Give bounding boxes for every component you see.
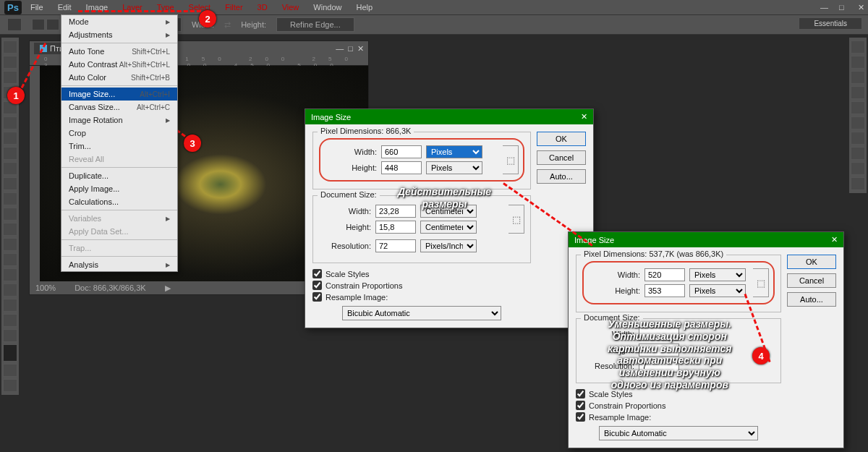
menu-help[interactable]: Help: [350, 1, 378, 13]
menu-item[interactable]: Trap...: [61, 242, 177, 255]
menu-item[interactable]: Calculations...: [61, 195, 177, 208]
menu-item[interactable]: Crop: [61, 127, 177, 140]
panel-actions-icon[interactable]: [851, 177, 865, 190]
menu-file[interactable]: File: [25, 1, 49, 13]
menu-view[interactable]: View: [276, 1, 305, 13]
marquee2-icon[interactable]: [46, 19, 59, 30]
swatches-icon[interactable]: [3, 344, 17, 362]
doc-width-unit[interactable]: Centimeters: [420, 205, 477, 218]
link-icon[interactable]: ⬚: [509, 205, 524, 234]
tool-blur-icon[interactable]: [3, 223, 17, 236]
doc-width-input[interactable]: [375, 205, 416, 218]
resample-checkbox-2[interactable]: [576, 412, 585, 422]
menu-item[interactable]: Canvas Size...Alt+Ctrl+C: [61, 101, 177, 114]
tool-dodge-icon[interactable]: [3, 238, 17, 251]
panel-channels-icon[interactable]: [851, 132, 865, 145]
menu-item[interactable]: Variables: [61, 212, 177, 225]
constrain-checkbox[interactable]: [312, 281, 322, 290]
pixel-height-input-2[interactable]: [644, 284, 685, 297]
panel-styles-icon[interactable]: [851, 71, 865, 84]
panel-mask-icon[interactable]: [851, 101, 865, 114]
panel-history-icon[interactable]: [851, 162, 865, 175]
close-icon[interactable]: ✕: [852, 1, 864, 14]
doc-close-icon[interactable]: ✕: [357, 44, 364, 54]
tool-screen-icon[interactable]: [3, 379, 17, 392]
menu-item[interactable]: Analysis: [61, 258, 177, 271]
menu-item[interactable]: Adjustments: [61, 28, 177, 41]
marquee1-icon[interactable]: [32, 19, 45, 30]
chevron-right-icon[interactable]: ▶: [165, 283, 171, 293]
tool-eraser-icon[interactable]: [3, 192, 17, 205]
menu-item[interactable]: Reveal All: [61, 153, 177, 166]
link-icon[interactable]: ⬚: [503, 145, 519, 174]
ok-button[interactable]: OK: [537, 132, 586, 146]
doc-width-input-2[interactable]: [639, 328, 679, 341]
auto-button[interactable]: Auto...: [537, 169, 586, 184]
tool-move-icon[interactable]: [3, 40, 17, 54]
menu-item[interactable]: Image Size...Alt+Ctrl+I: [61, 88, 177, 101]
tool-shape-icon[interactable]: [3, 299, 17, 312]
resample-checkbox[interactable]: [312, 292, 322, 302]
menu-window[interactable]: Window: [307, 1, 347, 13]
auto-button-2[interactable]: Auto...: [787, 292, 836, 307]
menu-item[interactable]: Apply Image...: [61, 182, 177, 195]
pixel-width-input-2[interactable]: [644, 268, 685, 281]
pixel-height-unit-2[interactable]: Pixels: [689, 284, 746, 297]
cancel-button-2[interactable]: Cancel: [787, 273, 836, 288]
resolution-input-2[interactable]: [639, 359, 679, 372]
constrain-checkbox-2[interactable]: [576, 401, 585, 410]
scale-styles-checkbox-2[interactable]: [576, 389, 585, 398]
doc-max-icon[interactable]: □: [348, 44, 353, 54]
menu-item[interactable]: Image Rotation: [61, 114, 177, 127]
menu-item[interactable]: Auto ColorShift+Ctrl+B: [61, 71, 177, 84]
resolution-input[interactable]: [375, 239, 416, 252]
menu-item[interactable]: Auto ContrastAlt+Shift+Ctrl+L: [61, 58, 177, 71]
tool-mask-icon[interactable]: [3, 364, 17, 377]
tool-history-icon[interactable]: [3, 177, 17, 190]
tool-path-icon[interactable]: [3, 283, 17, 297]
menu-item[interactable]: Duplicate...: [61, 169, 177, 182]
cancel-button[interactable]: Cancel: [537, 150, 586, 165]
ok-button-2[interactable]: OK: [787, 255, 836, 269]
link-icon-2[interactable]: ⬚: [753, 268, 769, 297]
tool-lasso-icon[interactable]: [3, 71, 17, 84]
panel-layers-icon[interactable]: [851, 116, 865, 129]
panel-swatches-icon[interactable]: [851, 56, 865, 69]
refine-edge-button[interactable]: Refine Edge...: [276, 17, 354, 32]
menu-item[interactable]: Trim...: [61, 140, 177, 153]
pixel-height-input[interactable]: [381, 161, 422, 174]
menu-3d[interactable]: 3D: [252, 1, 273, 13]
menu-item[interactable]: Auto ToneShift+Ctrl+L: [61, 45, 177, 58]
menu-edit[interactable]: Edit: [52, 1, 77, 13]
doc-min-icon[interactable]: —: [336, 44, 344, 54]
zoom-value[interactable]: 100%: [35, 283, 56, 292]
doc-height-unit[interactable]: Centimeters: [420, 221, 477, 234]
resolution-unit[interactable]: Pixels/Inch: [420, 239, 477, 252]
tool-stamp-icon[interactable]: [3, 162, 17, 175]
pixel-width-unit-2[interactable]: Pixels: [689, 268, 746, 281]
dialog2-close-icon[interactable]: ✕: [831, 235, 838, 244]
tool-zoom-icon[interactable]: [3, 329, 17, 342]
doc-height-input-2[interactable]: [639, 344, 679, 357]
resample-method-select-2[interactable]: Bicubic Automatic: [599, 426, 758, 440]
tool-eyedropper-icon[interactable]: [3, 116, 17, 129]
panel-color-icon[interactable]: [851, 40, 865, 54]
menu-item[interactable]: Mode: [61, 15, 177, 28]
workspace-switcher[interactable]: Essentials: [799, 17, 862, 30]
tool-type-icon[interactable]: [3, 268, 17, 281]
tool-marquee-icon[interactable]: [3, 56, 17, 69]
doc-height-input[interactable]: [375, 221, 416, 234]
resample-method-select[interactable]: Bicubic Automatic: [342, 306, 501, 320]
maximize-icon[interactable]: □: [833, 1, 845, 14]
tool-pen-icon[interactable]: [3, 253, 17, 266]
minimize-icon[interactable]: —: [814, 1, 826, 14]
panel-paths-icon[interactable]: [851, 147, 865, 160]
tool-preset-icon[interactable]: [7, 18, 22, 31]
pixel-width-unit[interactable]: Pixels: [426, 145, 482, 158]
tool-gradient-icon[interactable]: [3, 208, 17, 221]
swap-icon[interactable]: ⇄: [224, 20, 231, 30]
menu-filter[interactable]: Filter: [219, 1, 248, 13]
tool-heal-icon[interactable]: [3, 132, 17, 145]
dialog-close-icon[interactable]: ✕: [581, 112, 587, 121]
menu-item[interactable]: Apply Data Set...: [61, 225, 177, 238]
